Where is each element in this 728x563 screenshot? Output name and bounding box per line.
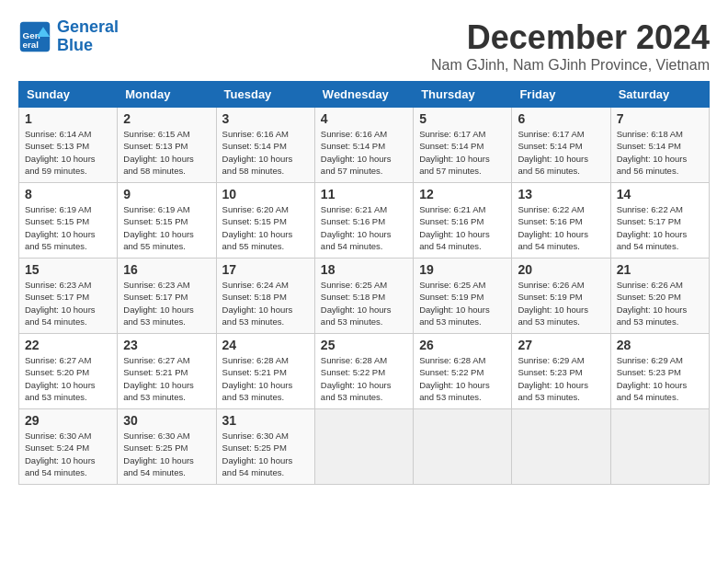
day-number: 26	[419, 338, 506, 352]
calendar-cell	[610, 409, 709, 485]
day-number: 27	[518, 338, 604, 352]
calendar-cell: 16 Sunrise: 6:23 AMSunset: 5:17 PMDaylig…	[118, 259, 216, 334]
day-detail: Sunrise: 6:25 AMSunset: 5:18 PMDaylight:…	[321, 279, 407, 327]
day-detail: Sunrise: 6:29 AMSunset: 5:23 PMDaylight:…	[617, 354, 703, 403]
day-number: 10	[222, 187, 309, 201]
day-detail: Sunrise: 6:17 AMSunset: 5:14 PMDaylight:…	[518, 128, 604, 177]
header-thursday: Thursday	[414, 82, 512, 108]
day-detail: Sunrise: 6:28 AMSunset: 5:21 PMDaylight:…	[222, 354, 309, 403]
header-sunday: Sunday	[19, 82, 118, 108]
calendar-cell: 1 Sunrise: 6:14 AMSunset: 5:13 PMDayligh…	[19, 108, 118, 183]
logo-text-line1: General	[57, 18, 119, 37]
day-number: 4	[321, 111, 407, 126]
day-detail: Sunrise: 6:15 AMSunset: 5:13 PMDaylight:…	[123, 128, 210, 177]
day-number: 1	[25, 111, 111, 126]
calendar-cell: 10 Sunrise: 6:20 AMSunset: 5:15 PMDaylig…	[216, 183, 314, 259]
calendar-cell: 23 Sunrise: 6:27 AMSunset: 5:21 PMDaylig…	[118, 334, 216, 409]
day-number: 19	[419, 262, 506, 277]
day-detail: Sunrise: 6:27 AMSunset: 5:21 PMDaylight:…	[123, 354, 210, 403]
title-section: December 2024 Nam GJinh, Nam GJinh Provi…	[431, 18, 710, 74]
day-detail: Sunrise: 6:23 AMSunset: 5:17 PMDaylight:…	[123, 279, 210, 327]
calendar-cell: 4 Sunrise: 6:16 AMSunset: 5:14 PMDayligh…	[314, 108, 413, 183]
svg-text:eral: eral	[23, 39, 40, 49]
calendar-cell: 2 Sunrise: 6:15 AMSunset: 5:13 PMDayligh…	[118, 108, 216, 183]
calendar-week-2: 8 Sunrise: 6:19 AMSunset: 5:15 PMDayligh…	[19, 183, 710, 259]
calendar-cell: 15 Sunrise: 6:23 AMSunset: 5:17 PMDaylig…	[19, 259, 118, 334]
calendar-title: December 2024	[431, 18, 710, 57]
calendar-table: Sunday Monday Tuesday Wednesday Thursday…	[18, 81, 710, 485]
calendar-cell: 14 Sunrise: 6:22 AMSunset: 5:17 PMDaylig…	[610, 183, 709, 259]
day-number: 30	[123, 413, 210, 428]
day-detail: Sunrise: 6:14 AMSunset: 5:13 PMDaylight:…	[25, 128, 111, 177]
day-detail: Sunrise: 6:28 AMSunset: 5:22 PMDaylight:…	[419, 354, 506, 403]
day-detail: Sunrise: 6:21 AMSunset: 5:16 PMDaylight:…	[321, 203, 407, 252]
day-number: 29	[25, 413, 111, 428]
day-number: 31	[222, 413, 309, 428]
calendar-cell	[512, 409, 610, 485]
calendar-week-3: 15 Sunrise: 6:23 AMSunset: 5:17 PMDaylig…	[19, 259, 710, 334]
calendar-cell: 20 Sunrise: 6:26 AMSunset: 5:19 PMDaylig…	[512, 259, 610, 334]
calendar-cell: 26 Sunrise: 6:28 AMSunset: 5:22 PMDaylig…	[414, 334, 512, 409]
calendar-cell: 21 Sunrise: 6:26 AMSunset: 5:20 PMDaylig…	[610, 259, 709, 334]
day-number: 28	[617, 338, 703, 352]
day-number: 18	[321, 262, 407, 277]
day-number: 21	[617, 262, 703, 277]
day-number: 2	[123, 111, 210, 126]
day-detail: Sunrise: 6:19 AMSunset: 5:15 PMDaylight:…	[123, 203, 210, 252]
calendar-cell	[414, 409, 512, 485]
day-number: 22	[25, 338, 111, 352]
day-detail: Sunrise: 6:22 AMSunset: 5:16 PMDaylight:…	[518, 203, 604, 252]
day-detail: Sunrise: 6:19 AMSunset: 5:15 PMDaylight:…	[25, 203, 111, 252]
day-number: 16	[123, 262, 210, 277]
day-detail: Sunrise: 6:30 AMSunset: 5:24 PMDaylight:…	[25, 430, 111, 478]
day-detail: Sunrise: 6:20 AMSunset: 5:15 PMDaylight:…	[222, 203, 309, 252]
day-number: 11	[321, 187, 407, 201]
day-number: 7	[617, 111, 703, 126]
day-number: 23	[123, 338, 210, 352]
day-detail: Sunrise: 6:22 AMSunset: 5:17 PMDaylight:…	[617, 203, 703, 252]
header-monday: Monday	[118, 82, 216, 108]
calendar-cell: 19 Sunrise: 6:25 AMSunset: 5:19 PMDaylig…	[414, 259, 512, 334]
day-number: 20	[518, 262, 604, 277]
calendar-subtitle: Nam GJinh, Nam GJinh Province, Vietnam	[431, 57, 710, 74]
calendar-cell: 5 Sunrise: 6:17 AMSunset: 5:14 PMDayligh…	[414, 108, 512, 183]
header-wednesday: Wednesday	[314, 82, 413, 108]
calendar-cell: 31 Sunrise: 6:30 AMSunset: 5:25 PMDaylig…	[216, 409, 314, 485]
calendar-week-1: 1 Sunrise: 6:14 AMSunset: 5:13 PMDayligh…	[19, 108, 710, 183]
day-detail: Sunrise: 6:17 AMSunset: 5:14 PMDaylight:…	[419, 128, 506, 177]
day-detail: Sunrise: 6:30 AMSunset: 5:25 PMDaylight:…	[123, 430, 210, 478]
day-number: 5	[419, 111, 506, 126]
logo: Gen eral General Blue	[18, 18, 119, 55]
day-detail: Sunrise: 6:26 AMSunset: 5:19 PMDaylight:…	[518, 279, 604, 327]
day-number: 24	[222, 338, 309, 352]
logo-text-line2: Blue	[57, 37, 119, 55]
day-detail: Sunrise: 6:18 AMSunset: 5:14 PMDaylight:…	[617, 128, 703, 177]
day-number: 3	[222, 111, 309, 126]
calendar-cell: 12 Sunrise: 6:21 AMSunset: 5:16 PMDaylig…	[414, 183, 512, 259]
day-number: 13	[518, 187, 604, 201]
day-detail: Sunrise: 6:24 AMSunset: 5:18 PMDaylight:…	[222, 279, 309, 327]
header-row: Sunday Monday Tuesday Wednesday Thursday…	[19, 82, 710, 108]
calendar-cell	[314, 409, 413, 485]
calendar-cell: 11 Sunrise: 6:21 AMSunset: 5:16 PMDaylig…	[314, 183, 413, 259]
header-friday: Friday	[512, 82, 610, 108]
day-detail: Sunrise: 6:25 AMSunset: 5:19 PMDaylight:…	[419, 279, 506, 327]
calendar-week-5: 29 Sunrise: 6:30 AMSunset: 5:24 PMDaylig…	[19, 409, 710, 485]
calendar-cell: 6 Sunrise: 6:17 AMSunset: 5:14 PMDayligh…	[512, 108, 610, 183]
day-number: 9	[123, 187, 210, 201]
header-saturday: Saturday	[610, 82, 709, 108]
day-detail: Sunrise: 6:28 AMSunset: 5:22 PMDaylight:…	[321, 354, 407, 403]
calendar-cell: 13 Sunrise: 6:22 AMSunset: 5:16 PMDaylig…	[512, 183, 610, 259]
day-detail: Sunrise: 6:30 AMSunset: 5:25 PMDaylight:…	[222, 430, 309, 478]
day-number: 25	[321, 338, 407, 352]
calendar-cell: 8 Sunrise: 6:19 AMSunset: 5:15 PMDayligh…	[19, 183, 118, 259]
calendar-cell: 29 Sunrise: 6:30 AMSunset: 5:24 PMDaylig…	[19, 409, 118, 485]
calendar-cell: 18 Sunrise: 6:25 AMSunset: 5:18 PMDaylig…	[314, 259, 413, 334]
calendar-cell: 22 Sunrise: 6:27 AMSunset: 5:20 PMDaylig…	[19, 334, 118, 409]
day-detail: Sunrise: 6:21 AMSunset: 5:16 PMDaylight:…	[419, 203, 506, 252]
day-detail: Sunrise: 6:16 AMSunset: 5:14 PMDaylight:…	[321, 128, 407, 177]
day-number: 17	[222, 262, 309, 277]
calendar-week-4: 22 Sunrise: 6:27 AMSunset: 5:20 PMDaylig…	[19, 334, 710, 409]
day-number: 8	[25, 187, 111, 201]
day-number: 12	[419, 187, 506, 201]
